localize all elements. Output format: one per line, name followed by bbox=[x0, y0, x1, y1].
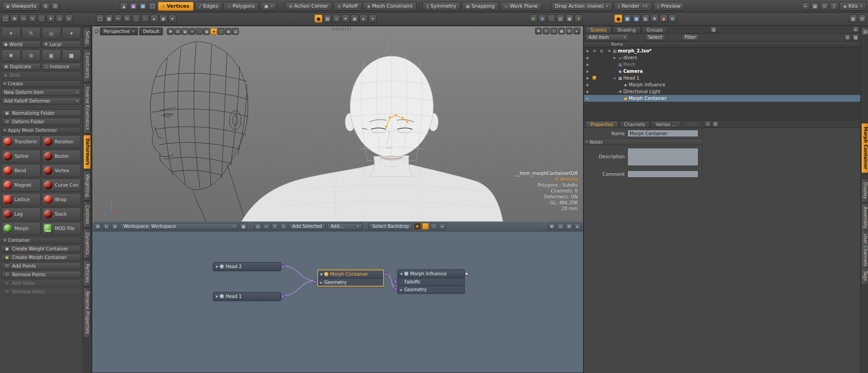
render-ball-icon[interactable]: ● bbox=[614, 14, 622, 23]
expand-all-icon[interactable]: ▦ bbox=[852, 34, 859, 41]
dots-grid-icon[interactable]: ∷ bbox=[547, 14, 555, 23]
link-icon[interactable]: ⊕ bbox=[111, 223, 119, 230]
grid-toggle-icon[interactable]: ▦ bbox=[811, 2, 819, 10]
visibility-eye-icon[interactable]: ◉ bbox=[584, 83, 591, 87]
drop-action-dropdown[interactable]: Drop Action: (none) ▾ bbox=[551, 2, 612, 11]
collapse-icon[interactable]: ▼ bbox=[216, 265, 218, 268]
tab-controls[interactable]: Controls bbox=[83, 202, 91, 227]
thumbnail-grid-icon[interactable]: ▦ bbox=[240, 223, 247, 230]
menu-lines-icon[interactable]: ≡ bbox=[529, 14, 537, 23]
column-icon[interactable]: ⊞ bbox=[591, 49, 598, 53]
tree-row-morph-container[interactable]: ◉ ● Morph Container bbox=[584, 95, 860, 102]
bevel-tool-icon[interactable]: ◌ bbox=[38, 14, 46, 23]
tree-row-camera[interactable]: ◉ ◉ Camera bbox=[584, 68, 860, 75]
add-shade-icon[interactable]: + bbox=[369, 14, 377, 23]
tool-smudge-icon[interactable]: ✦ bbox=[1, 27, 21, 39]
tab-setup[interactable]: Setup bbox=[83, 27, 91, 47]
camera-shade-icon[interactable]: ◉ bbox=[351, 14, 359, 23]
maximize-icon[interactable]: ▣ bbox=[558, 28, 565, 34]
visibility-eye-icon[interactable]: ◉ bbox=[584, 97, 591, 100]
tab-stats[interactable]: Stats bbox=[682, 121, 704, 127]
tree-row-scene[interactable]: ◉ ⊞ ▤ ▼ ▤ morph_2.lxo* bbox=[584, 47, 860, 54]
description-input[interactable] bbox=[627, 148, 698, 166]
tool-sphere-icon[interactable]: ◎ bbox=[42, 27, 61, 39]
side-tab-tags[interactable]: Tags bbox=[861, 267, 868, 284]
lasso-select-icon[interactable]: ◌ bbox=[132, 14, 140, 23]
panel-options-icon[interactable]: ▤ bbox=[861, 27, 868, 36]
deform-folder-button[interactable]: ▱ Deform Folder bbox=[1, 118, 81, 125]
bezier-deformer-button[interactable]: Bezier bbox=[42, 150, 81, 163]
visibility-options-icon[interactable]: ▤ bbox=[232, 28, 239, 35]
tree-row-morph-influence[interactable]: ◉ ◈ Morph Influence bbox=[584, 81, 860, 88]
container-section-header[interactable]: ▼ Container bbox=[1, 237, 81, 244]
tab-settings-gear-icon[interactable]: ⚙ bbox=[712, 121, 719, 127]
collapse-icon[interactable]: ▼ bbox=[216, 295, 218, 298]
tree-column-header[interactable]: Name bbox=[584, 42, 860, 47]
normalizing-folder-button[interactable]: ▦ Normalizing Folder bbox=[1, 109, 81, 117]
add-falloff-deformer-dropdown[interactable]: Add Falloff Deformer ▾ bbox=[1, 97, 81, 104]
collapse-all-icon[interactable]: ⊞ bbox=[844, 34, 851, 41]
schematic-settings-icon[interactable]: ⚙ bbox=[565, 223, 573, 230]
camera-view-dropdown[interactable]: Perspective ▾ bbox=[100, 28, 138, 35]
figure-shade-icon[interactable]: ✦ bbox=[342, 14, 350, 23]
side-tab-assembly[interactable]: Assembly bbox=[861, 203, 868, 232]
loop-select-icon[interactable]: ↻ bbox=[123, 14, 131, 23]
node-head2[interactable]: ▼ Head 2 bbox=[213, 262, 281, 271]
blue-cube-icon[interactable]: ■ bbox=[623, 14, 631, 23]
create-morph-container-button[interactable]: ● Create Morph Container bbox=[1, 254, 81, 261]
collapse-left-icon[interactable]: ← bbox=[439, 223, 446, 230]
bind-button[interactable]: ◆ Bind bbox=[1, 71, 81, 79]
vortex-deformer-button[interactable]: Vortex bbox=[42, 164, 81, 177]
expand-icon[interactable]: ▶ bbox=[400, 288, 403, 291]
layout-icon[interactable]: ⊞ bbox=[51, 2, 59, 10]
tab-properties[interactable]: Properties bbox=[585, 121, 618, 127]
tool-comb-icon[interactable]: ✦ bbox=[62, 27, 81, 39]
node-morph-container[interactable]: ▼ Morph Container ▶ Geometry bbox=[317, 269, 384, 287]
tool-ik-icon[interactable]: ⊕ bbox=[22, 49, 41, 61]
backdrop-color-swatch[interactable] bbox=[414, 223, 421, 230]
wire-shade-icon[interactable]: ≈ bbox=[332, 14, 341, 23]
duplicate-button[interactable]: ▣ Duplicate bbox=[1, 63, 41, 70]
swatch-grid-icon[interactable]: ∷ bbox=[430, 223, 437, 230]
notes-section-header[interactable]: ▾ Notes bbox=[584, 139, 702, 145]
add-layer-icon[interactable]: + bbox=[574, 14, 583, 23]
curve-constraint-deformer-button[interactable]: Curve Con ... bbox=[42, 179, 81, 192]
tree-row-directional-light[interactable]: ◉ ☀ Directional Light bbox=[584, 88, 860, 95]
workspace-dropdown[interactable]: Workspace: Workspace ▾ bbox=[120, 223, 238, 230]
grid-select-icon[interactable]: ▦ bbox=[105, 14, 113, 23]
items-mode-icon[interactable]: ▲ bbox=[120, 2, 128, 10]
reflection-icon[interactable]: ▣ bbox=[203, 28, 210, 35]
world-button[interactable]: ● World bbox=[1, 41, 41, 48]
lattice-deformer-button[interactable]: Lattice bbox=[1, 193, 41, 206]
envmap-icon[interactable]: ◉ bbox=[225, 28, 232, 35]
pan-icon[interactable]: ✚ bbox=[548, 223, 555, 230]
grid-b-icon[interactable]: ⊞ bbox=[858, 14, 866, 23]
tool-star-icon[interactable]: ✱ bbox=[1, 49, 21, 61]
shadow-toggle-icon[interactable]: □ bbox=[218, 28, 224, 35]
kits-button[interactable]: ◆ Kits ▾ bbox=[840, 2, 866, 11]
side-tab-morph-container[interactable]: Morph Container bbox=[861, 123, 868, 173]
teal-gear-icon[interactable]: ⚙ bbox=[669, 14, 677, 23]
lag-deformer-button[interactable]: Lag bbox=[1, 208, 41, 221]
cube-select-icon[interactable]: □ bbox=[96, 14, 104, 23]
tab-shading[interactable]: Shading bbox=[612, 26, 641, 33]
add-items-button[interactable]: + Add Items bbox=[1, 279, 81, 287]
image-icon[interactable]: ▣ bbox=[565, 14, 574, 23]
pivot-mode-icon[interactable]: ■ bbox=[129, 2, 138, 10]
schematic-canvas[interactable]: ▼ Head 2 ▼ Head 1 ▼ bbox=[92, 231, 583, 373]
tab-groups[interactable]: Groups bbox=[641, 26, 668, 33]
edges-mode-button[interactable]: ╱ Edges bbox=[195, 2, 223, 11]
column-icon[interactable]: ▤ bbox=[598, 49, 605, 53]
comment-input[interactable] bbox=[627, 170, 698, 178]
viewport-options-dot-icon[interactable] bbox=[95, 29, 99, 33]
select-button[interactable]: Select bbox=[645, 34, 665, 41]
matcap-icon[interactable]: ◌ bbox=[196, 28, 203, 35]
monitor-icon[interactable]: ▯ bbox=[830, 2, 838, 10]
side-tab-display[interactable]: Display bbox=[861, 179, 868, 203]
select-backdrop-button[interactable]: Select Backdrop bbox=[369, 223, 413, 230]
bend-deformer-button[interactable]: Bend bbox=[1, 164, 41, 177]
refresh-tool-icon[interactable]: ↻ bbox=[65, 14, 73, 23]
dots-select-icon[interactable]: ∷ bbox=[141, 14, 149, 23]
down-arrow-icon[interactable]: ↓ bbox=[280, 223, 287, 230]
add-dropdown[interactable]: Add... ▾ bbox=[327, 223, 362, 230]
